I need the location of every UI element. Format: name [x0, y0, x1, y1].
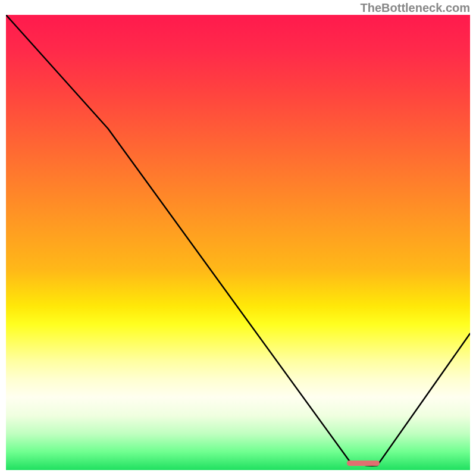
chart-container — [6, 15, 470, 470]
chart-curve — [6, 15, 470, 466]
chart-line-svg — [6, 15, 470, 470]
chart-marker-pill — [347, 461, 380, 466]
watermark-text: TheBottleneck.com — [361, 1, 470, 15]
